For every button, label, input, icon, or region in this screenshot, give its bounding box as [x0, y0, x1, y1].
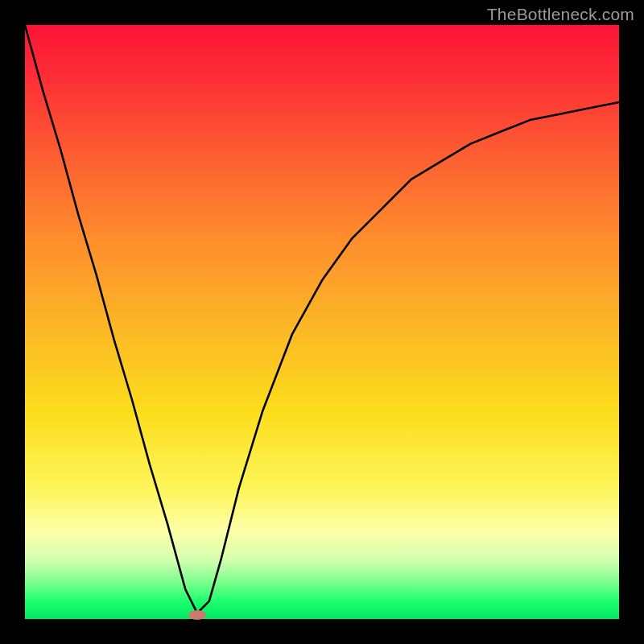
chart-root: TheBottleneck.com [0, 0, 644, 644]
attribution-text: TheBottleneck.com [487, 5, 634, 24]
bottleneck-curve [25, 25, 619, 613]
chart-svg [25, 25, 619, 619]
minimum-marker [188, 610, 206, 620]
